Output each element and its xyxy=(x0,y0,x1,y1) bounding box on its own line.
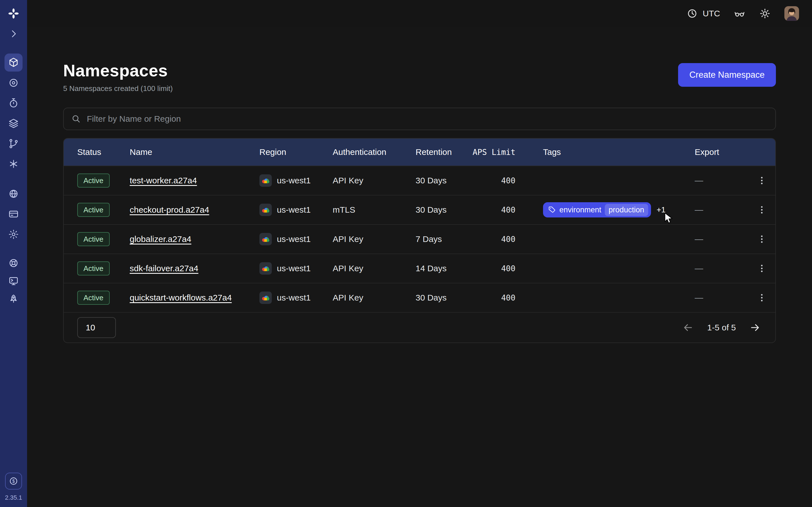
app-root: $ 2.35.1 UTC Namespaces xyxy=(0,0,812,507)
page-title: Namespaces xyxy=(63,61,173,80)
gcp-icon xyxy=(259,174,272,187)
theme-sun-icon[interactable] xyxy=(759,8,771,19)
globe-icon xyxy=(8,188,19,200)
sidebar-expand-button[interactable] xyxy=(4,25,22,43)
tag-key: environment xyxy=(559,206,601,214)
sidebar-item-schedules[interactable] xyxy=(4,94,22,112)
namespace-link[interactable]: sdk-failover.a27a4 xyxy=(130,264,199,273)
sidebar-item-docs[interactable] xyxy=(4,272,22,290)
app-version: 2.35.1 xyxy=(5,494,22,501)
col-tags: Tags xyxy=(543,147,695,157)
tags-cell: environment production +1 xyxy=(543,202,695,217)
col-aps-limit: APS Limit xyxy=(470,148,515,157)
page-size-select[interactable]: 10 xyxy=(77,317,116,338)
create-namespace-button[interactable]: Create Namespace xyxy=(678,63,776,87)
timezone-label: UTC xyxy=(703,9,720,18)
temporal-logo[interactable] xyxy=(4,4,22,22)
main-column: UTC Namespaces 5 Namespaces created (100… xyxy=(27,0,812,507)
sidebar-item-namespaces[interactable] xyxy=(4,54,22,71)
sidebar-item-target[interactable] xyxy=(4,74,22,92)
col-authentication: Authentication xyxy=(333,147,416,157)
row-menu-button[interactable] xyxy=(748,234,775,244)
tags-more-count[interactable]: +1 xyxy=(657,205,666,214)
status-badge: Active xyxy=(77,203,110,217)
user-avatar[interactable] xyxy=(784,6,799,21)
sidebar-item-settings[interactable] xyxy=(4,225,22,243)
row-menu-button[interactable] xyxy=(748,175,775,186)
topbar: UTC xyxy=(27,0,812,27)
table-row: Active checkout-prod.a27a4 us-west1 mTLS… xyxy=(64,195,775,224)
clock-icon xyxy=(686,8,698,19)
col-name: Name xyxy=(130,147,259,157)
status-badge: Active xyxy=(77,262,110,276)
target-icon xyxy=(8,77,19,89)
tag-value: production xyxy=(605,204,648,216)
sidebar-item-support[interactable] xyxy=(4,254,22,272)
search-icon xyxy=(71,114,81,124)
retention-label: 14 Days xyxy=(416,264,470,273)
row-menu-button[interactable] xyxy=(748,263,775,274)
tag-icon xyxy=(548,206,556,214)
auth-label: API Key xyxy=(333,234,416,244)
next-page-button[interactable] xyxy=(749,322,761,333)
aps-limit-value: 400 xyxy=(470,235,515,244)
region-label: us-west1 xyxy=(277,264,311,273)
table-row: Active test-worker.a27a4 us-west1 API Ke… xyxy=(64,166,775,195)
row-menu-button[interactable] xyxy=(748,292,775,303)
branch-icon xyxy=(8,138,19,149)
gcp-icon xyxy=(259,233,272,245)
prev-page-button[interactable] xyxy=(682,322,694,333)
export-value: — xyxy=(695,293,748,302)
export-value: — xyxy=(695,234,748,244)
aps-limit-value: 400 xyxy=(470,176,515,185)
col-retention: Retention xyxy=(416,147,470,157)
status-badge: Active xyxy=(77,173,110,187)
namespace-link[interactable]: globalizer.a27a4 xyxy=(130,234,192,244)
sidebar-item-nexus[interactable] xyxy=(4,135,22,153)
sidebar-item-batch[interactable] xyxy=(4,155,22,173)
sidebar-item-billing[interactable] xyxy=(4,205,22,223)
sidebar-item-regions[interactable] xyxy=(4,185,22,203)
sidebar-item-getting-started[interactable] xyxy=(4,290,22,308)
sidebar: $ 2.35.1 xyxy=(0,0,27,507)
region-label: us-west1 xyxy=(277,293,311,302)
table-row: Active sdk-failover.a27a4 us-west1 API K… xyxy=(64,253,775,283)
aps-limit-value: 400 xyxy=(470,264,515,273)
gcp-icon xyxy=(259,291,272,304)
arrow-right-icon xyxy=(749,322,761,333)
chevron-down-icon xyxy=(101,323,110,332)
page-content: Namespaces 5 Namespaces created (100 lim… xyxy=(27,27,812,507)
page-subtitle: 5 Namespaces created (100 limit) xyxy=(63,84,173,93)
region-label: us-west1 xyxy=(277,234,311,244)
region-label: us-west1 xyxy=(277,205,311,215)
row-menu-button[interactable] xyxy=(748,205,775,215)
namespace-link[interactable]: checkout-prod.a27a4 xyxy=(130,205,209,214)
glasses-icon[interactable] xyxy=(733,8,746,19)
cube-icon xyxy=(8,57,19,68)
aps-limit-value: 400 xyxy=(470,293,515,302)
retention-label: 30 Days xyxy=(416,205,470,215)
pagination: 1-5 of 5 xyxy=(682,322,761,333)
table-row: Active quickstart-workflows.a27a4 us-wes… xyxy=(64,283,775,312)
sidebar-item-stacks[interactable] xyxy=(4,114,22,132)
timezone-selector[interactable]: UTC xyxy=(686,8,720,19)
usage-button[interactable]: $ xyxy=(5,473,22,490)
svg-text:$: $ xyxy=(12,479,15,484)
search-input[interactable] xyxy=(87,114,768,124)
namespace-link[interactable]: quickstart-workflows.a27a4 xyxy=(130,293,232,302)
region-label: us-west1 xyxy=(277,176,311,185)
tags-expand-chevron-icon[interactable] xyxy=(669,205,678,214)
page-size-value: 10 xyxy=(86,323,95,332)
namespace-link[interactable]: test-worker.a27a4 xyxy=(130,176,197,185)
arrow-left-icon xyxy=(682,322,694,333)
export-value: — xyxy=(695,176,748,185)
timer-icon xyxy=(8,98,19,109)
table-row: Active globalizer.a27a4 us-west1 API Key… xyxy=(64,224,775,253)
tag-chip[interactable]: environment production xyxy=(543,202,651,217)
retention-label: 7 Days xyxy=(416,234,470,244)
retention-label: 30 Days xyxy=(416,293,470,302)
auth-label: mTLS xyxy=(333,205,416,215)
namespaces-table: Status Name Region Authentication Retent… xyxy=(63,138,776,343)
status-badge: Active xyxy=(77,291,110,305)
auth-label: API Key xyxy=(333,176,416,185)
